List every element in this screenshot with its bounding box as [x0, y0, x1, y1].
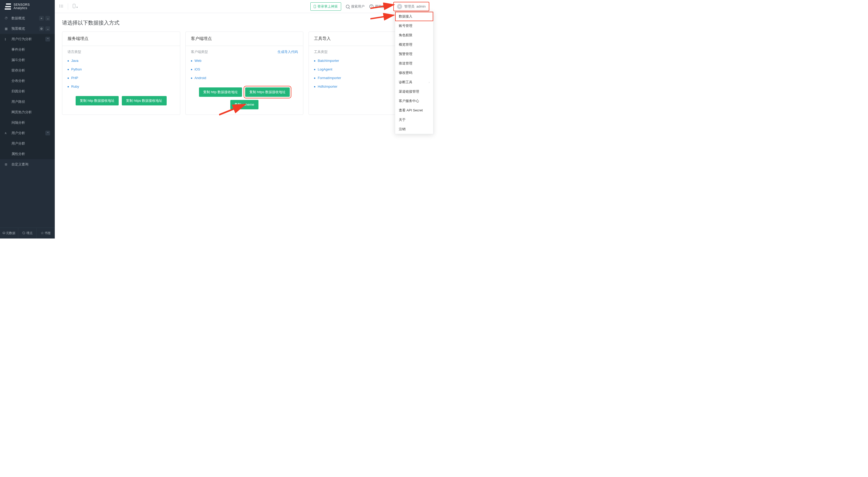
sidebar: SENSORS Analytics ⏱ 数据概览 + ⌄ ▦ 预置概览 ⚙ ⌄ [0, 0, 55, 239]
brand: SENSORS Analytics [0, 0, 55, 13]
dd-about[interactable]: 关于 [395, 115, 433, 124]
nav-user-analysis[interactable]: ጰ 用户分析 ⌃ [0, 128, 55, 138]
dd-logout[interactable]: 注销 [395, 124, 433, 134]
dd-account[interactable]: 账号管理 [395, 21, 433, 31]
topbar: ▾ 登录掌上神策 搜索用户 ? 帮助文档 ✦ 管理员 admin [55, 0, 434, 13]
client-list: Web iOS Android [186, 55, 303, 85]
nav-sub-heatmap[interactable]: 网页热力分析 [0, 107, 55, 117]
list-item[interactable]: Python [67, 65, 175, 73]
nav-custom-query[interactable]: ⊞ 自定义查询 [0, 159, 55, 170]
help-icon: ? [369, 4, 373, 9]
search-icon [346, 5, 349, 8]
card-title: 服务端埋点 [62, 32, 180, 46]
chevron-down-icon[interactable]: ⌄ [45, 16, 50, 21]
nav-behavior-group: 事件分析 漏斗分析 留存分析 分布分析 归因分析 用户路径 网页热力分析 间隔分… [0, 44, 55, 128]
nav-behavior[interactable]: ⫿ 用户行为分析 ⌃ [0, 34, 55, 44]
copy-https-button[interactable]: 复制 https 数据接收地址 [245, 87, 290, 97]
brand-text: SENSORS Analytics [13, 3, 30, 10]
login-mobile-button[interactable]: 登录掌上神策 [310, 2, 341, 11]
user-role: 管理员 [404, 4, 414, 9]
nav-sub-event[interactable]: 事件分析 [0, 44, 55, 55]
copy-http-button[interactable]: 复制 http 数据接收地址 [75, 96, 119, 106]
divider [68, 3, 68, 10]
copy-http-button[interactable]: 复制 http 数据接收地址 [199, 87, 242, 97]
nav-user-group: 用户分群 属性分析 [0, 138, 55, 159]
add-icon[interactable]: + [39, 16, 44, 21]
nav-sub-cohort[interactable]: 用户分群 [0, 138, 55, 149]
brand-logo-icon [5, 3, 11, 10]
dd-data-access[interactable]: 数据接入 [395, 12, 433, 21]
main: ▾ 登录掌上神策 搜索用户 ? 帮助文档 ✦ 管理员 admin 请选择以下数据… [55, 0, 434, 239]
star-icon: ☆ [41, 231, 44, 235]
chevron-down-icon[interactable]: ⌄ [45, 26, 50, 31]
copy-https-button[interactable]: 复制 https 数据接收地址 [122, 96, 166, 106]
user-icon: ጰ [5, 131, 9, 135]
chevron-up-icon[interactable]: ⌃ [45, 131, 50, 136]
sidebar-footer: ⛁ 元数据 ◎ 埋点 ☆ 书签 [0, 228, 55, 239]
list-item[interactable]: Ruby [67, 82, 175, 91]
page-title: 请选择以下数据接入方式 [62, 19, 427, 26]
nav-data-overview[interactable]: ⏱ 数据概览 + ⌄ [0, 13, 55, 24]
card-subtitle: 语言类型 [62, 46, 180, 55]
dd-alert[interactable]: 预警管理 [395, 49, 433, 59]
preset-icon: ▦ [5, 27, 9, 31]
chevron-right-icon: › [429, 81, 430, 84]
dd-overview[interactable]: 概览管理 [395, 40, 433, 49]
list-item[interactable]: Java [67, 56, 175, 65]
dd-api-secret[interactable]: 查看 API Secret [395, 106, 433, 115]
list-item[interactable]: PHP [67, 73, 175, 82]
nav-sub-attribute[interactable]: 属性分析 [0, 149, 55, 159]
dd-role[interactable]: 角色权限 [395, 31, 433, 40]
nav-sub-funnel[interactable]: 漏斗分析 [0, 55, 55, 65]
footer-metadata[interactable]: ⛁ 元数据 [0, 228, 18, 239]
search-users[interactable]: 搜索用户 [346, 4, 365, 9]
dd-password[interactable]: 修改密码 [395, 68, 433, 78]
chevron-up-icon[interactable]: ⌃ [45, 37, 50, 41]
nav-sub-retention[interactable]: 留存分析 [0, 65, 55, 76]
card-server: 服务端埋点 语言类型 Java Python PHP Ruby 复制 http … [62, 32, 180, 115]
card-title: 客户端埋点 [186, 32, 303, 46]
card-client: 客户端埋点 客户端类型 生成导入代码 Web iOS Android 复制 ht… [185, 32, 304, 115]
user-menu-trigger[interactable]: ✦ 管理员 admin [393, 2, 429, 11]
sidebar-nav: ⏱ 数据概览 + ⌄ ▦ 预置概览 ⚙ ⌄ ⫿ 用户行为分析 ⌃ [0, 13, 55, 228]
nav-preset-overview[interactable]: ▦ 预置概览 ⚙ ⌄ [0, 24, 55, 34]
cards-row: 服务端埋点 语言类型 Java Python PHP Ruby 复制 http … [62, 32, 427, 115]
list-item[interactable]: iOS [191, 65, 298, 73]
device-selector[interactable]: ▾ [73, 4, 78, 9]
nav-sub-interval[interactable]: 间隔分析 [0, 117, 55, 128]
gear-icon[interactable]: ⚙ [39, 26, 44, 31]
avatar-icon: ✦ [397, 4, 402, 9]
footer-bookmark[interactable]: ☆ 书签 [37, 228, 55, 239]
nav-sub-attribution[interactable]: 归因分析 [0, 86, 55, 96]
card-actions: 复制 http 数据接收地址 复制 https 数据接收地址 复制 scheme [186, 85, 303, 115]
card-actions: 复制 http 数据接收地址 复制 https 数据接收地址 [62, 93, 180, 111]
phone-icon [314, 5, 316, 8]
db-icon: ⛁ [3, 231, 5, 235]
chart-icon: ⫿ [5, 37, 9, 41]
generate-code-link[interactable]: 生成导入代码 [278, 50, 298, 54]
list-item[interactable]: Web [191, 56, 298, 65]
user-dropdown: 数据接入 账号管理 角色权限 概览管理 预警管理 推送管理 修改密码 诊断工具›… [395, 11, 433, 134]
help-link[interactable]: ? 帮助文档 [369, 4, 389, 9]
card-subtitle: 客户端类型 生成导入代码 [186, 46, 303, 55]
dd-channel[interactable]: 渠道链接管理 [395, 87, 433, 96]
content: 请选择以下数据接入方式 服务端埋点 语言类型 Java Python PHP R… [55, 13, 434, 239]
dd-push[interactable]: 推送管理 [395, 59, 433, 68]
dd-support[interactable]: 客户服务中心 [395, 96, 433, 106]
user-name: admin [416, 4, 426, 8]
footer-tracking[interactable]: ◎ 埋点 [18, 228, 36, 239]
nav-sub-userpath[interactable]: 用户路径 [0, 96, 55, 107]
dashboard-icon: ⏱ [5, 17, 9, 20]
copy-scheme-button[interactable]: 复制 scheme [230, 100, 258, 109]
target-icon: ◎ [22, 231, 25, 235]
grid-icon: ⊞ [5, 162, 9, 166]
nav-sub-distribution[interactable]: 分布分析 [0, 76, 55, 86]
toggle-sidebar-icon[interactable] [59, 4, 63, 8]
list-item[interactable]: Android [191, 73, 298, 82]
server-list: Java Python PHP Ruby [62, 55, 180, 93]
dd-diagnostic[interactable]: 诊断工具› [395, 78, 433, 87]
